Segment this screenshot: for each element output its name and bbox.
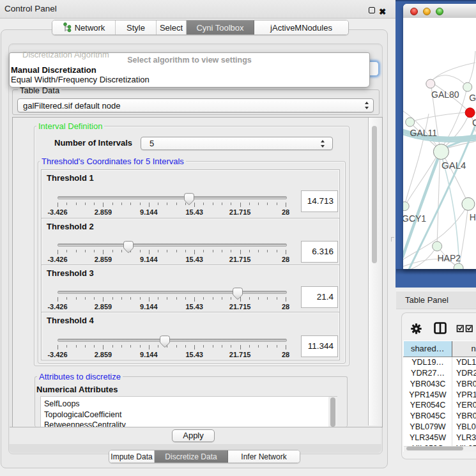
svg-text:H: H xyxy=(470,212,476,222)
svg-text:C: C xyxy=(472,118,476,128)
svg-text:GAL80: GAL80 xyxy=(431,89,459,100)
svg-text:GAL11: GAL11 xyxy=(410,128,438,138)
svg-text:GA: GA xyxy=(469,93,476,103)
svg-text:GCY1: GCY1 xyxy=(403,213,426,224)
svg-text:HAP2: HAP2 xyxy=(438,253,461,263)
svg-text:GAL4: GAL4 xyxy=(441,160,466,171)
